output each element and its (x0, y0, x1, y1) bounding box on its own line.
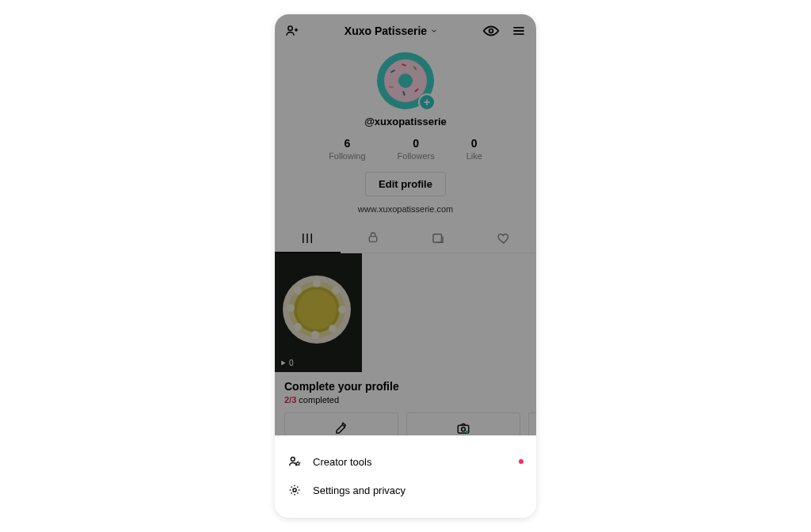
creator-tools-icon (287, 454, 302, 469)
gear-icon (287, 483, 302, 497)
modal-overlay[interactable] (275, 14, 536, 454)
menu-creator-tools[interactable]: Creator tools (286, 448, 525, 475)
menu-label: Creator tools (313, 456, 371, 468)
menu-settings-privacy[interactable]: Settings and privacy (286, 477, 525, 504)
menu-label: Settings and privacy (313, 484, 406, 496)
bottom-sheet: Creator tools Settings and privacy (275, 435, 536, 518)
stage: Xuxo Patisserie (0, 0, 811, 532)
svg-point-8 (293, 488, 296, 492)
phone-frame: Xuxo Patisserie (275, 14, 536, 518)
svg-point-7 (291, 458, 295, 462)
notification-dot (519, 459, 524, 464)
